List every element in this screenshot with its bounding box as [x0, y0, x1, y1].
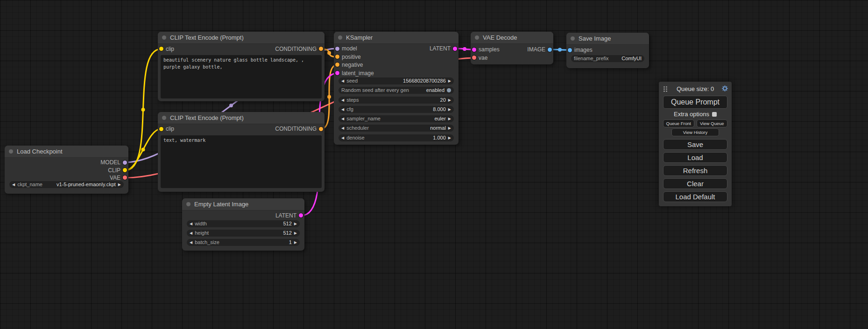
link-midpoint-dot	[463, 47, 466, 51]
decrement-icon[interactable]: ◀	[341, 106, 344, 113]
input-slot-samples[interactable]	[472, 48, 476, 52]
refresh-button[interactable]: Refresh	[663, 165, 727, 176]
widget-label: scheduler	[346, 125, 369, 132]
output-slot-conditioning[interactable]	[319, 47, 323, 51]
input-slot-clip[interactable]	[159, 127, 163, 131]
output-slot-latent[interactable]	[453, 47, 457, 51]
input-slot-model[interactable]	[335, 47, 339, 51]
output-label-clip: CLIP	[108, 167, 120, 174]
increment-icon[interactable]: ▶	[294, 239, 297, 246]
node-vae-decode[interactable]: VAE Decode samples vae IMAGE	[471, 32, 553, 64]
widget-steps[interactable]: ◀ steps 20 ▶	[339, 97, 454, 104]
increment-icon[interactable]: ▶	[448, 97, 451, 104]
widget-batch-size[interactable]: ◀ batch_size 1 ▶	[187, 239, 300, 246]
node-ksampler[interactable]: KSampler model positive negative latent_…	[334, 32, 459, 145]
drag-handle-icon[interactable]	[663, 86, 668, 92]
decrement-icon[interactable]: ◀	[190, 220, 192, 227]
settings-gear-icon[interactable]	[721, 85, 728, 92]
widget-random-seed-toggle[interactable]: Random seed after every gen enabled	[339, 87, 454, 94]
widget-cfg[interactable]: ◀ cfg 8.000 ▶	[339, 106, 454, 113]
widget-ckpt-name[interactable]: ◀ ckpt_name v1-5-pruned-emaonly.ckpt ▶	[9, 181, 124, 188]
increment-icon[interactable]: ▶	[448, 134, 451, 141]
input-slot-negative[interactable]	[335, 63, 339, 67]
widget-label: sampler_name	[346, 115, 381, 122]
output-label-conditioning: CONDITIONING	[275, 125, 317, 133]
input-slot-images[interactable]	[568, 48, 572, 52]
increment-icon[interactable]: ▶	[294, 220, 297, 227]
node-clip-text-encode-negative[interactable]: CLIP Text Encode (Prompt) clip CONDITION…	[158, 112, 325, 192]
node-save-image[interactable]: Save Image images filename_prefix ComfyU…	[566, 33, 649, 68]
collapse-dot-icon[interactable]	[162, 35, 166, 40]
queue-prompt-button[interactable]: Queue Prompt	[663, 96, 727, 109]
widget-denoise[interactable]: ◀ denoise 1.000 ▶	[339, 134, 454, 141]
decrement-icon[interactable]: ◀	[341, 77, 344, 84]
node-header[interactable]: Load Checkpoint	[5, 146, 128, 158]
widget-seed[interactable]: ◀ seed 156680208700286 ▶	[339, 77, 454, 84]
queue-front-button[interactable]: Queue Front	[663, 119, 694, 127]
node-header[interactable]: KSampler	[334, 32, 459, 44]
prev-value-icon[interactable]: ◀	[341, 115, 344, 122]
increment-icon[interactable]: ▶	[294, 230, 297, 237]
node-empty-latent-image[interactable]: Empty Latent Image LATENT ◀ width 512 ▶ …	[182, 198, 304, 251]
widget-sampler-name[interactable]: ◀ sampler_name euler ▶	[339, 115, 454, 122]
extra-options-checkbox[interactable]	[712, 112, 717, 117]
collapse-dot-icon[interactable]	[162, 116, 166, 120]
next-value-icon[interactable]: ▶	[448, 125, 451, 132]
decrement-icon[interactable]: ◀	[341, 97, 344, 104]
next-value-icon[interactable]: ▶	[118, 181, 121, 188]
widget-height[interactable]: ◀ height 512 ▶	[187, 230, 300, 237]
view-history-button[interactable]: View History	[671, 128, 719, 136]
widget-value: 20	[440, 97, 446, 104]
increment-icon[interactable]: ▶	[448, 77, 451, 84]
widget-value: 8.000	[433, 106, 446, 113]
output-slot-latent[interactable]	[299, 213, 303, 217]
node-header[interactable]: VAE Decode	[471, 32, 553, 44]
widget-filename-prefix[interactable]: filename_prefix ComfyUI	[571, 55, 644, 62]
node-title: VAE Decode	[483, 34, 517, 41]
node-header[interactable]: Empty Latent Image	[182, 198, 304, 210]
decrement-icon[interactable]: ◀	[341, 134, 344, 141]
collapse-dot-icon[interactable]	[9, 149, 13, 154]
node-clip-text-encode-positive[interactable]: CLIP Text Encode (Prompt) clip CONDITION…	[158, 32, 325, 101]
toggle-indicator-icon[interactable]	[447, 88, 451, 92]
load-default-button[interactable]: Load Default	[663, 191, 727, 202]
collapse-dot-icon[interactable]	[338, 35, 342, 40]
collapse-dot-icon[interactable]	[475, 35, 479, 40]
output-slot-vae[interactable]	[123, 175, 127, 180]
input-slot-latent-image[interactable]	[335, 71, 339, 75]
collapse-dot-icon[interactable]	[186, 202, 191, 206]
input-slot-clip[interactable]	[159, 47, 163, 51]
node-header[interactable]: Save Image	[566, 33, 649, 45]
node-header[interactable]: CLIP Text Encode (Prompt)	[158, 32, 325, 44]
load-button[interactable]: Load	[663, 152, 727, 163]
input-slot-positive[interactable]	[335, 55, 339, 59]
widget-width[interactable]: ◀ width 512 ▶	[187, 220, 300, 227]
output-slot-conditioning[interactable]	[319, 127, 323, 131]
widget-label: Random seed after every gen	[341, 87, 409, 94]
widget-label: cfg	[346, 106, 353, 113]
clear-button[interactable]: Clear	[663, 178, 727, 189]
output-slot-clip[interactable]	[123, 168, 127, 172]
save-button[interactable]: Save	[663, 139, 727, 150]
positive-prompt-textarea[interactable]: beautiful scenery nature glass bottle la…	[161, 55, 322, 98]
collapse-dot-icon[interactable]	[571, 36, 575, 41]
output-label-latent: LATENT	[275, 212, 296, 219]
decrement-icon[interactable]: ◀	[190, 239, 192, 246]
prev-value-icon[interactable]: ◀	[12, 181, 15, 188]
prev-value-icon[interactable]: ◀	[341, 125, 344, 132]
queue-menu-panel[interactable]: Queue size: 0 Queue Prompt Extra options	[659, 82, 732, 206]
widget-scheduler[interactable]: ◀ scheduler normal ▶	[339, 125, 454, 132]
next-value-icon[interactable]: ▶	[448, 115, 451, 122]
increment-icon[interactable]: ▶	[448, 106, 451, 113]
node-graph-canvas[interactable]: Load Checkpoint MODEL CLIP VAE ◀ ckpt_na…	[0, 0, 868, 329]
node-load-checkpoint[interactable]: Load Checkpoint MODEL CLIP VAE ◀ ckpt_na…	[5, 146, 128, 194]
widget-label: batch_size	[195, 239, 219, 246]
input-slot-vae[interactable]	[472, 56, 476, 60]
output-slot-model[interactable]	[123, 161, 127, 165]
output-slot-image[interactable]	[548, 48, 552, 52]
widget-value: enabled	[426, 87, 445, 94]
decrement-icon[interactable]: ◀	[190, 230, 192, 237]
node-header[interactable]: CLIP Text Encode (Prompt)	[158, 112, 325, 124]
view-queue-button[interactable]: View Queue	[697, 119, 728, 127]
negative-prompt-textarea[interactable]: text, watermark	[161, 135, 322, 188]
